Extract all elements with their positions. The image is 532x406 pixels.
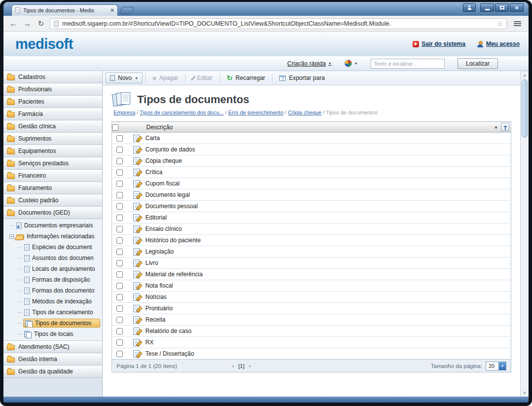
sidebar-item-atendimento-sac[interactable]: Atendimento (SAC) <box>3 341 102 353</box>
table-row[interactable]: Conjunto de dados <box>112 144 511 155</box>
logout-link[interactable]: Sair do sistema <box>413 40 465 47</box>
edit-button[interactable]: Editar <box>188 73 217 83</box>
row-checkbox[interactable] <box>116 226 123 232</box>
scroll-down-icon[interactable]: ▼ <box>521 389 529 397</box>
table-row[interactable]: Crítica <box>112 167 511 178</box>
breadcrumb-link[interactable]: Empresa <box>114 110 135 115</box>
browser-menu-button[interactable] <box>511 18 524 29</box>
sidebar-item-faturamento[interactable]: Faturamento <box>3 182 102 194</box>
sidebar-item-profissionais[interactable]: Profissionais <box>3 83 102 96</box>
breadcrumb-link[interactable]: Tipos de cancelamento dos docu... <box>140 110 224 115</box>
row-checkbox[interactable] <box>116 203 123 210</box>
maximize-button[interactable] <box>495 3 509 12</box>
edit-row-icon[interactable] <box>133 282 140 290</box>
back-button[interactable]: ← <box>8 20 18 28</box>
table-row[interactable]: Histórico do paciente <box>112 235 511 246</box>
tree-item-especies-de-document[interactable]: Espécies de document <box>3 242 102 253</box>
edit-row-icon[interactable] <box>133 157 140 165</box>
vertical-scrollbar[interactable]: ▲ ▼ <box>520 71 529 397</box>
profile-button[interactable] <box>463 3 476 12</box>
row-checkbox[interactable] <box>116 305 123 312</box>
address-bar[interactable]: medisoft.sigaerp.com.br/#ShortcutViewID=… <box>50 18 507 29</box>
theme-dropdown[interactable]: ▼ <box>344 60 358 67</box>
table-row[interactable]: RX <box>112 337 511 348</box>
edit-row-icon[interactable] <box>133 237 140 244</box>
table-row[interactable]: Legislação <box>112 246 511 258</box>
row-checkbox[interactable] <box>116 328 123 334</box>
table-row[interactable]: Material de referência <box>112 269 511 280</box>
row-checkbox[interactable] <box>116 351 123 357</box>
table-row[interactable]: Documento pessoal <box>112 201 511 212</box>
row-checkbox[interactable] <box>116 339 123 346</box>
tree-item-documentos-empresariais[interactable]: Documentos empresariais <box>3 220 102 231</box>
row-checkbox[interactable] <box>116 237 123 244</box>
localizar-button[interactable]: Localizar <box>457 58 498 69</box>
tree-item-locais-de-arquivamento[interactable]: Locais de arquivamento <box>3 263 102 274</box>
row-checkbox[interactable] <box>116 249 123 255</box>
filter-button[interactable] <box>501 123 509 131</box>
row-checkbox[interactable] <box>116 215 123 221</box>
sidebar-item-pacientes[interactable]: Pacientes <box>3 96 102 108</box>
sidebar-item-cadastros[interactable]: Cadastros <box>3 71 102 83</box>
breadcrumb-link[interactable]: Erro de preenchimento <box>228 110 283 115</box>
sidebar-item-suprimentos[interactable]: Suprimentos <box>3 133 102 145</box>
row-checkbox[interactable] <box>116 181 123 187</box>
quick-create-dropdown[interactable]: Criação rápida ▼ <box>287 60 332 67</box>
edit-row-icon[interactable] <box>133 305 140 312</box>
edit-row-icon[interactable] <box>133 146 140 153</box>
row-checkbox[interactable] <box>116 192 123 198</box>
my-access-link[interactable]: Meu acesso <box>477 40 520 47</box>
sidebar-item-custeio-padrao[interactable]: Custeio padrão <box>3 194 102 207</box>
tree-item-tipos-de-cancelamento[interactable]: Tipos de cancelamento <box>3 307 102 318</box>
edit-row-icon[interactable] <box>133 169 140 176</box>
sidebar-item-financeiro[interactable]: Financeiro <box>3 170 102 182</box>
search-input[interactable] <box>371 59 445 69</box>
tree-item-tipos-de-documentos[interactable]: Tipos de documentos <box>3 318 102 329</box>
prev-page-icon[interactable]: ◄ <box>230 364 235 369</box>
edit-row-icon[interactable] <box>133 271 140 278</box>
close-button[interactable]: × <box>510 3 524 12</box>
tree-item-assuntos-dos-documen[interactable]: Assuntos dos documen <box>3 253 102 263</box>
browser-tab[interactable]: Tipos de documentos - Medis × <box>11 4 118 16</box>
edit-row-icon[interactable] <box>133 339 140 346</box>
scrollbar-thumb[interactable] <box>522 79 528 138</box>
edit-row-icon[interactable] <box>133 191 140 199</box>
forward-button[interactable]: → <box>22 20 32 28</box>
sidebar-item-gestao-interna[interactable]: Gestão interna <box>3 353 102 366</box>
table-row[interactable]: Notícias <box>112 292 511 303</box>
table-row[interactable]: Receita <box>112 314 511 326</box>
tree-item-formas-dos-documento[interactable]: Formas dos documento <box>3 285 102 296</box>
edit-row-icon[interactable] <box>133 203 140 210</box>
table-row[interactable]: Livro <box>112 258 511 269</box>
export-button[interactable]: Exportar para <box>275 73 329 83</box>
delete-button[interactable]: × Apagar <box>148 73 183 83</box>
sidebar-item-equipamentos[interactable]: Equipamentos <box>3 145 102 157</box>
row-checkbox[interactable] <box>116 283 123 289</box>
table-row[interactable]: Ensaio clínico <box>112 223 511 235</box>
reload-button[interactable]: ↻ <box>36 20 46 27</box>
sidebar-item-gestao-da-qualidade[interactable]: Gestão da qualidade <box>3 366 102 378</box>
edit-row-icon[interactable] <box>133 214 140 221</box>
new-tab-button[interactable] <box>119 7 134 14</box>
tree-item-informacoes-relacionadas[interactable]: Informações relacionadas <box>3 231 102 242</box>
collapse-expander-icon[interactable] <box>9 234 14 239</box>
edit-row-icon[interactable] <box>133 225 140 233</box>
sort-asc-icon[interactable]: ▲ <box>494 125 498 129</box>
edit-row-icon[interactable] <box>133 135 140 142</box>
tab-close-icon[interactable]: × <box>111 7 114 13</box>
row-checkbox[interactable] <box>116 158 123 164</box>
url-text[interactable]: medisoft.sigaerp.com.br/#ShortcutViewID=… <box>62 20 493 27</box>
page-size-select[interactable]: 20 ▼ <box>486 362 506 370</box>
table-row[interactable]: Cópia cheque <box>112 155 511 167</box>
row-checkbox[interactable] <box>116 135 123 142</box>
select-all-checkbox[interactable] <box>112 124 118 131</box>
sidebar-item-gestao-clinica[interactable]: Gestão clínica <box>3 120 102 133</box>
tree-item-formas-de-disposicao[interactable]: Formas de disposição <box>3 274 102 285</box>
edit-row-icon[interactable] <box>133 180 140 187</box>
table-row[interactable]: Tese / Dissertação <box>112 348 511 360</box>
sidebar-item-servicos-prestados[interactable]: Serviços prestados <box>3 157 102 170</box>
row-checkbox[interactable] <box>116 294 123 300</box>
minimize-button[interactable] <box>480 3 494 12</box>
table-row[interactable]: Nota fiscal <box>112 280 511 292</box>
table-row[interactable]: Editorial <box>112 212 511 223</box>
